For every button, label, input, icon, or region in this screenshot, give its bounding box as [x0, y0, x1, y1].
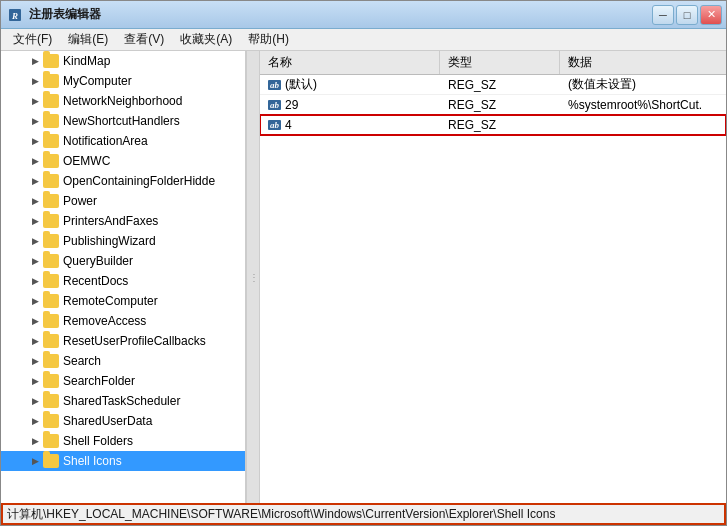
tree-item[interactable]: ▶SharedUserData	[1, 411, 245, 431]
tree-arrow-icon: ▶	[29, 415, 41, 427]
tree-item[interactable]: ▶Shell Icons	[1, 451, 245, 471]
tree-arrow-icon: ▶	[29, 355, 41, 367]
tree-item-label: QueryBuilder	[63, 254, 133, 268]
registry-editor-window: R 注册表编辑器 ─ □ ✕ 文件(F)编辑(E)查看(V)收藏夹(A)帮助(H…	[0, 0, 727, 526]
tree-item-label: Shell Folders	[63, 434, 133, 448]
menu-item[interactable]: 查看(V)	[116, 29, 172, 50]
tree-item-label: NetworkNeighborhood	[63, 94, 182, 108]
tree-item-label: SharedTaskScheduler	[63, 394, 180, 408]
pane-divider[interactable]: ⋮	[246, 51, 260, 503]
tree-item-label: MyComputer	[63, 74, 132, 88]
folder-icon	[43, 394, 59, 408]
tree-item-label: KindMap	[63, 54, 110, 68]
tree-arrow-icon: ▶	[29, 195, 41, 207]
menu-item[interactable]: 帮助(H)	[240, 29, 297, 50]
left-pane[interactable]: ▶KindMap▶MyComputer▶NetworkNeighborhood▶…	[1, 51, 246, 503]
tree-item[interactable]: ▶QueryBuilder	[1, 251, 245, 271]
row-name: (默认)	[285, 76, 317, 93]
folder-icon	[43, 314, 59, 328]
tree-item-label: NewShortcutHandlers	[63, 114, 180, 128]
column-header[interactable]: 名称	[260, 51, 440, 74]
menu-item[interactable]: 收藏夹(A)	[172, 29, 240, 50]
folder-icon	[43, 54, 59, 68]
tree-item[interactable]: ▶OEMWC	[1, 151, 245, 171]
tree-arrow-icon: ▶	[29, 255, 41, 267]
tree-item[interactable]: ▶Shell Folders	[1, 431, 245, 451]
table-row[interactable]: ab(默认)REG_SZ(数值未设置)	[260, 75, 726, 95]
tree-arrow-icon: ▶	[29, 395, 41, 407]
tree-item[interactable]: ▶Power	[1, 191, 245, 211]
reg-type-icon: ab	[268, 120, 281, 130]
tree-arrow-icon: ▶	[29, 55, 41, 67]
tree-arrow-icon: ▶	[29, 75, 41, 87]
tree-item-label: RemoveAccess	[63, 314, 146, 328]
folder-icon	[43, 74, 59, 88]
tree-item[interactable]: ▶PrintersAndFaxes	[1, 211, 245, 231]
tree-item[interactable]: ▶NewShortcutHandlers	[1, 111, 245, 131]
tree-item-label: PublishingWizard	[63, 234, 156, 248]
folder-icon	[43, 114, 59, 128]
table-row[interactable]: ab29REG_SZ%systemroot%\ShortCut.	[260, 95, 726, 115]
folder-icon	[43, 194, 59, 208]
tree-item[interactable]: ▶SharedTaskScheduler	[1, 391, 245, 411]
close-button[interactable]: ✕	[700, 5, 722, 25]
folder-icon	[43, 354, 59, 368]
tree-arrow-icon: ▶	[29, 95, 41, 107]
window-title: 注册表编辑器	[29, 6, 101, 23]
minimize-button[interactable]: ─	[652, 5, 674, 25]
title-bar: R 注册表编辑器 ─ □ ✕	[1, 1, 726, 29]
tree-item-label: Shell Icons	[63, 454, 122, 468]
title-bar-left: R 注册表编辑器	[7, 6, 101, 23]
tree-item-label: OpenContainingFolderHidde	[63, 174, 215, 188]
tree-item[interactable]: ▶RemoteComputer	[1, 291, 245, 311]
tree-item[interactable]: ▶Search	[1, 351, 245, 371]
tree-arrow-icon: ▶	[29, 215, 41, 227]
tree-item-label: NotificationArea	[63, 134, 148, 148]
tree-item-label: Search	[63, 354, 101, 368]
column-header[interactable]: 数据	[560, 51, 726, 74]
folder-icon	[43, 94, 59, 108]
svg-text:R: R	[11, 11, 18, 21]
data-cell: %systemroot%\ShortCut.	[560, 97, 726, 113]
menu-item[interactable]: 文件(F)	[5, 29, 60, 50]
name-cell: ab4	[260, 117, 440, 133]
right-pane[interactable]: 名称类型数据 ab(默认)REG_SZ(数值未设置)ab29REG_SZ%sys…	[260, 51, 726, 503]
tree-item[interactable]: ▶NotificationArea	[1, 131, 245, 151]
folder-icon	[43, 374, 59, 388]
tree-item[interactable]: ▶ResetUserProfileCallbacks	[1, 331, 245, 351]
folder-icon	[43, 294, 59, 308]
app-icon: R	[7, 7, 23, 23]
tree-arrow-icon: ▶	[29, 375, 41, 387]
folder-icon	[43, 154, 59, 168]
tree-arrow-icon: ▶	[29, 295, 41, 307]
tree-arrow-icon: ▶	[29, 135, 41, 147]
tree-arrow-icon: ▶	[29, 455, 41, 467]
maximize-button[interactable]: □	[676, 5, 698, 25]
tree-item-label: OEMWC	[63, 154, 110, 168]
tree-arrow-icon: ▶	[29, 335, 41, 347]
menu-item[interactable]: 编辑(E)	[60, 29, 116, 50]
tree-arrow-icon: ▶	[29, 315, 41, 327]
tree-item[interactable]: ▶KindMap	[1, 51, 245, 71]
table-row[interactable]: ab4REG_SZ	[260, 115, 726, 135]
tree-item[interactable]: ▶OpenContainingFolderHidde	[1, 171, 245, 191]
column-header[interactable]: 类型	[440, 51, 560, 74]
row-name: 4	[285, 118, 292, 132]
tree-item[interactable]: ▶PublishingWizard	[1, 231, 245, 251]
tree-arrow-icon: ▶	[29, 155, 41, 167]
tree-item-label: PrintersAndFaxes	[63, 214, 158, 228]
table-header: 名称类型数据	[260, 51, 726, 75]
tree-item[interactable]: ▶MyComputer	[1, 71, 245, 91]
tree-item[interactable]: ▶RemoveAccess	[1, 311, 245, 331]
content-area: ▶KindMap▶MyComputer▶NetworkNeighborhood▶…	[1, 51, 726, 503]
data-cell	[560, 124, 726, 126]
tree-arrow-icon: ▶	[29, 275, 41, 287]
tree-item[interactable]: ▶SearchFolder	[1, 371, 245, 391]
tree-item-label: SearchFolder	[63, 374, 135, 388]
tree-item[interactable]: ▶NetworkNeighborhood	[1, 91, 245, 111]
folder-icon	[43, 414, 59, 428]
tree-item[interactable]: ▶RecentDocs	[1, 271, 245, 291]
row-name: 29	[285, 98, 298, 112]
status-text: 计算机\HKEY_LOCAL_MACHINE\SOFTWARE\Microsof…	[7, 506, 555, 523]
title-bar-buttons: ─ □ ✕	[652, 5, 722, 25]
